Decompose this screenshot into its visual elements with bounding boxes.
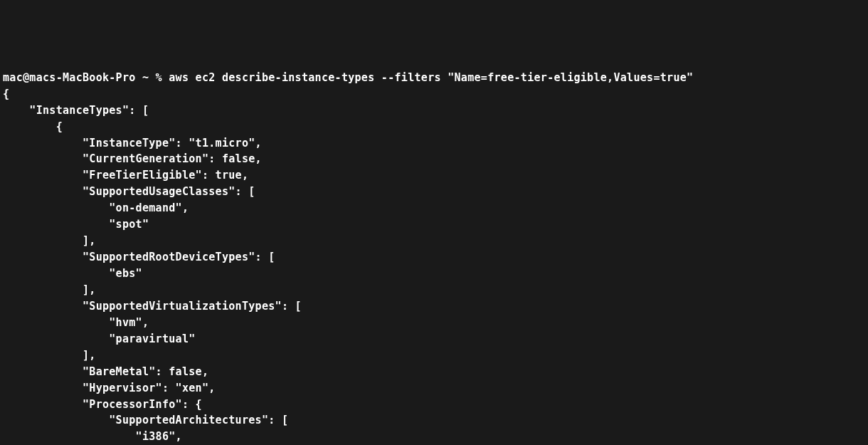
output-line: "BareMetal": false, xyxy=(3,364,865,380)
output-line: "paravirtual" xyxy=(3,331,865,347)
output-line: { xyxy=(3,119,865,135)
output-line: "hvm", xyxy=(3,315,865,331)
output-line: ], xyxy=(3,347,865,364)
output-line: "i386", xyxy=(3,429,865,445)
output-line: "ProcessorInfo": { xyxy=(3,397,865,413)
prompt-line[interactable]: mac@macs-MacBook-Pro ~ % aws ec2 describ… xyxy=(3,70,865,86)
output-line: "FreeTierEligible": true, xyxy=(3,167,865,184)
output-line: "Hypervisor": "xen", xyxy=(3,380,865,397)
output-line: { xyxy=(3,86,865,103)
output-line: "SupportedArchitectures": [ xyxy=(3,412,865,429)
output-line: "CurrentGeneration": false, xyxy=(3,151,865,167)
output-line: "on-demand", xyxy=(3,200,865,216)
output-line: "SupportedVirtualizationTypes": [ xyxy=(3,298,865,315)
output-line: "spot" xyxy=(3,216,865,233)
output-line: "InstanceTypes": [ xyxy=(3,103,865,119)
command-text: aws ec2 describe-instance-types --filter… xyxy=(169,71,693,84)
terminal-output: { "InstanceTypes": [ { "InstanceType": "… xyxy=(3,86,865,445)
output-line: ], xyxy=(3,282,865,298)
shell-prompt: mac@macs-MacBook-Pro ~ % xyxy=(3,71,169,84)
output-line: "ebs" xyxy=(3,266,865,282)
output-line: ], xyxy=(3,233,865,249)
output-line: "SupportedUsageClasses": [ xyxy=(3,184,865,200)
output-line: "InstanceType": "t1.micro", xyxy=(3,135,865,152)
output-line: "SupportedRootDeviceTypes": [ xyxy=(3,249,865,266)
